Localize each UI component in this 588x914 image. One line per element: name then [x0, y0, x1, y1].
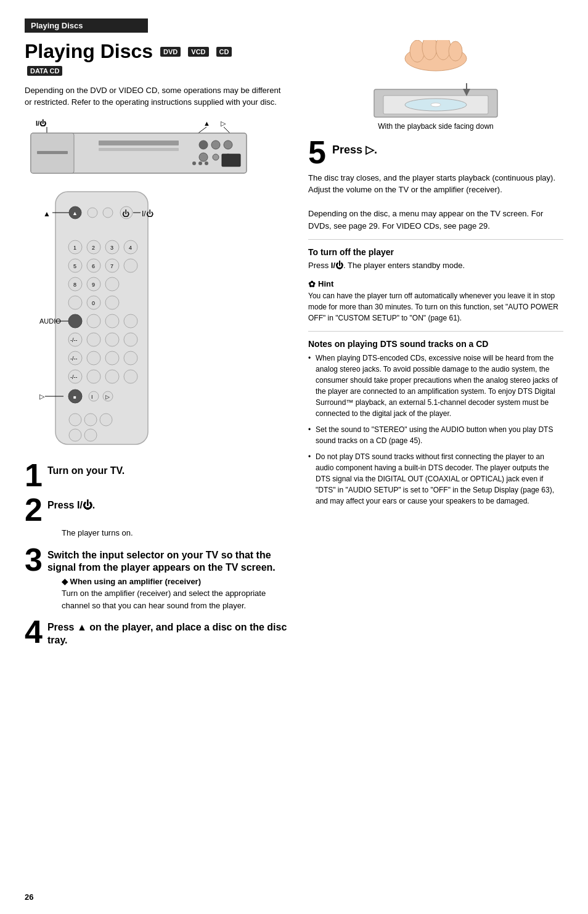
- page-title: Playing Discs DVD VCD CD: [25, 40, 290, 63]
- notes-dts-item-1: When playing DTS-encoded CDs, excessive …: [308, 353, 563, 419]
- hint-text: You can have the player turn off automat…: [308, 290, 563, 324]
- badge-datcd: DATA CD: [27, 66, 62, 76]
- svg-text:6: 6: [92, 263, 95, 269]
- svg-text:5: 5: [73, 263, 76, 269]
- page-number: 26: [25, 892, 33, 902]
- notes-dts-list: When playing DTS-encoded CDs, excessive …: [308, 353, 563, 507]
- svg-point-74: [87, 370, 100, 383]
- svg-point-94: [449, 41, 462, 61]
- svg-text:-/--: -/--: [70, 374, 78, 380]
- badge-vcd: VCD: [188, 47, 208, 57]
- disc-placement-svg: [368, 40, 504, 120]
- step-2-text: Press I/⏻.: [47, 496, 95, 512]
- turn-off-title: To turn off the player: [308, 247, 563, 257]
- section-banner: Playing Discs: [25, 18, 148, 33]
- svg-text:▲: ▲: [72, 210, 78, 216]
- svg-point-55: [105, 296, 119, 309]
- svg-text:7: 7: [110, 263, 113, 269]
- svg-point-93: [436, 40, 451, 60]
- svg-text:I/⏻: I/⏻: [142, 210, 153, 218]
- step-2: 2 Press I/⏻. The player turns on.: [25, 496, 290, 539]
- svg-point-26: [88, 208, 97, 218]
- step-5: 5 Press ▷. The disc tray closes, and the…: [308, 138, 563, 232]
- svg-point-69: [87, 351, 100, 365]
- badge-cd: CD: [216, 47, 232, 57]
- svg-text:2: 2: [92, 245, 95, 251]
- svg-point-75: [105, 370, 119, 383]
- step-3: 3 Switch the input selector on your TV s…: [25, 545, 290, 612]
- svg-text:-/--: -/--: [70, 337, 78, 343]
- step-5-text: Press ▷.: [332, 138, 377, 157]
- title-text: Playing Discs: [25, 40, 153, 63]
- image-caption: With the playback side facing down: [308, 122, 563, 131]
- two-col-layout: Playing Discs DVD VCD CD DATA CD Dependi…: [25, 40, 563, 653]
- step-2-sub: The player turns on.: [62, 527, 290, 539]
- svg-point-88: [69, 429, 81, 441]
- svg-point-13: [224, 141, 232, 149]
- svg-text:▷: ▷: [221, 120, 226, 127]
- page: Playing Discs Playing Discs DVD VCD CD D…: [0, 0, 588, 914]
- svg-point-86: [84, 414, 97, 426]
- svg-point-64: [87, 333, 100, 346]
- turn-off-text: Press I/⏻. The player enters standby mod…: [308, 259, 563, 272]
- svg-text:▲: ▲: [43, 210, 51, 218]
- step-3-note: ◆ When using an amplifier (receiver): [62, 577, 290, 586]
- hint-section: ✿ Hint You can have the player turn off …: [308, 279, 563, 324]
- svg-point-81: [89, 391, 99, 401]
- svg-point-71: [124, 351, 137, 365]
- svg-text:4: 4: [129, 245, 132, 251]
- svg-point-76: [124, 370, 137, 383]
- svg-text:▷: ▷: [39, 393, 45, 400]
- badge-dvd: DVD: [160, 47, 181, 57]
- svg-point-51: [105, 277, 119, 291]
- hint-icon: ✿: [308, 279, 316, 289]
- svg-point-89: [84, 429, 97, 441]
- intro-text: Depending on the DVD or VIDEO CD, some o…: [25, 84, 290, 108]
- svg-point-12: [211, 141, 220, 149]
- notes-dts-item-2: Set the sound to "STEREO" using the AUDI…: [308, 424, 563, 446]
- remote-diagram: ▲ ▲ ⏻ I/⏻: [25, 186, 290, 452]
- step-3-text: Switch the input selector on your TV so …: [47, 545, 290, 575]
- svg-point-66: [124, 333, 137, 346]
- step-1-number: 1: [25, 461, 43, 490]
- svg-rect-9: [99, 141, 179, 145]
- svg-text:0: 0: [92, 300, 95, 306]
- svg-text:9: 9: [92, 282, 95, 288]
- svg-rect-8: [37, 151, 68, 154]
- svg-text:I/⏻: I/⏻: [36, 119, 46, 127]
- svg-text:⏻: ⏻: [122, 210, 129, 218]
- svg-point-59: [87, 314, 100, 328]
- step-3-note-text: Turn on the amplifier (receiver) and sel…: [62, 587, 290, 611]
- svg-text:▲: ▲: [203, 120, 210, 127]
- svg-point-70: [105, 351, 119, 365]
- step-3-number: 3: [25, 545, 43, 574]
- step-4-text: Press ▲ on the player, and place a disc …: [47, 618, 290, 647]
- turn-off-section: To turn off the player Press I/⏻. The pl…: [308, 247, 563, 272]
- left-column: Playing Discs DVD VCD CD DATA CD Dependi…: [25, 40, 290, 653]
- svg-point-17: [192, 161, 196, 165]
- remote-svg: ▲ ▲ ⏻ I/⏻: [25, 186, 179, 451]
- svg-point-87: [100, 414, 112, 426]
- svg-point-98: [431, 103, 441, 107]
- svg-point-19: [205, 161, 208, 165]
- svg-point-58: [68, 314, 82, 328]
- svg-rect-20: [222, 154, 240, 166]
- svg-text:-/--: -/--: [70, 356, 78, 362]
- svg-point-52: [68, 296, 82, 309]
- notes-dts-title: Notes on playing DTS sound tracks on a C…: [308, 339, 563, 349]
- svg-point-11: [199, 141, 208, 149]
- svg-text:1: 1: [73, 245, 76, 251]
- hint-title: ✿ Hint: [308, 279, 563, 289]
- svg-text:■: ■: [73, 394, 76, 400]
- step-5-number: 5: [308, 138, 326, 167]
- svg-text:3: 3: [110, 245, 113, 251]
- svg-point-61: [124, 314, 137, 328]
- svg-text:8: 8: [73, 282, 76, 288]
- svg-point-65: [105, 333, 119, 346]
- svg-point-27: [103, 208, 113, 218]
- step-4-number: 4: [25, 618, 43, 647]
- step-2-number: 2: [25, 496, 43, 524]
- svg-point-14: [199, 153, 208, 161]
- svg-point-92: [422, 40, 437, 60]
- step-5-desc: The disc tray closes, and the player sta…: [308, 172, 563, 232]
